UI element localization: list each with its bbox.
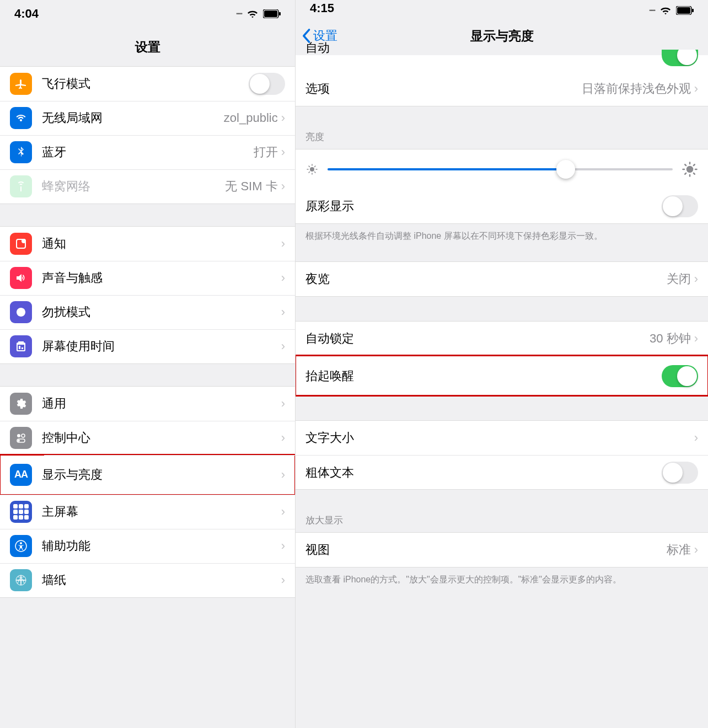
svg-line-22 [309, 172, 310, 173]
toggle[interactable] [249, 73, 285, 95]
back-button[interactable]: 设置 [301, 28, 337, 44]
settings-row-cellular[interactable]: 蜂窝网络无 SIM 卡› [0, 169, 295, 204]
true-tone-row[interactable]: 原彩显示 [296, 189, 708, 223]
options-value: 日落前保持浅色外观 [582, 81, 691, 97]
svg-line-31 [685, 173, 686, 174]
row-value: 无 SIM 卡 [225, 178, 277, 195]
chevron-icon: › [281, 145, 285, 159]
zoom-header: 放大显示 [296, 508, 708, 532]
settings-group-3: 通用›控制中心›AA显示与亮度›主屏幕›辅助功能›墙纸› [0, 386, 295, 598]
battery-icon [263, 9, 281, 18]
view-label: 视图 [305, 542, 667, 558]
svg-line-29 [685, 164, 686, 165]
svg-point-10 [20, 542, 22, 544]
chevron-icon: › [281, 397, 285, 411]
options-label: 选项 [305, 81, 582, 97]
svg-rect-14 [692, 9, 694, 12]
row-label: 蓝牙 [42, 144, 254, 160]
settings-row-wifi[interactable]: 无线局域网zol_public› [0, 101, 295, 135]
brightness-slider[interactable] [328, 168, 673, 170]
settings-row-notification[interactable]: 通知› [0, 227, 295, 261]
svg-point-15 [310, 167, 314, 172]
svg-line-30 [694, 173, 695, 174]
row-label: 辅助功能 [42, 538, 281, 554]
wifi-icon [659, 6, 672, 15]
chevron-icon: › [281, 505, 285, 519]
svg-point-8 [18, 440, 20, 442]
chevron-icon: › [281, 111, 285, 125]
sun-small-icon [305, 163, 319, 176]
bold-text-row[interactable]: 粗体文本 [296, 455, 708, 489]
chevron-icon: › [281, 431, 285, 445]
true-tone-footer: 根据环境光线条件自动调整 iPhone 屏幕以在不同环境下保持色彩显示一致。 [296, 224, 708, 248]
back-label: 设置 [313, 28, 337, 44]
wallpaper-icon [10, 569, 32, 591]
notification-icon [10, 233, 32, 255]
raise-to-wake-row[interactable]: 抬起唤醒 [296, 356, 708, 395]
row-label: 通知 [42, 235, 281, 252]
status-bar-left: 4:04 ••••• [0, 0, 295, 28]
display-icon: AA [10, 464, 32, 486]
text-size-row[interactable]: 文字大小 › [296, 421, 708, 455]
night-shift-row[interactable]: 夜览 关闭 › [296, 262, 708, 296]
chevron-icon: › [281, 179, 285, 194]
sun-large-icon [682, 161, 698, 178]
airplane-icon [10, 73, 32, 95]
svg-line-21 [315, 172, 316, 173]
general-icon [10, 393, 32, 415]
bold-text-label: 粗体文本 [305, 464, 662, 481]
cellular-icon [10, 175, 32, 197]
svg-line-23 [315, 166, 316, 167]
row-value: 打开 [254, 144, 278, 160]
chevron-icon: › [694, 543, 698, 557]
settings-row-accessibility[interactable]: 辅助功能› [0, 529, 295, 563]
options-row[interactable]: 选项 日落前保持浅色外观 › [296, 72, 708, 106]
row-label: 主屏幕 [42, 504, 281, 520]
chevron-icon: › [694, 82, 698, 96]
view-row[interactable]: 视图 标准 › [296, 533, 708, 567]
bold-text-toggle[interactable] [662, 462, 698, 484]
brightness-row[interactable] [296, 149, 708, 189]
svg-point-24 [686, 166, 694, 173]
svg-point-6 [22, 434, 25, 437]
chevron-icon: › [281, 339, 285, 354]
chevron-icon: › [281, 539, 285, 553]
row-label: 无线局域网 [42, 110, 224, 126]
zoom-footer: 选取查看 iPhone的方式。"放大"会显示更大的控制项。"标准"会显示更多的内… [296, 568, 708, 592]
settings-row-general[interactable]: 通用› [0, 387, 295, 421]
status-icons: ••••• [236, 9, 281, 19]
auto-lock-row[interactable]: 自动锁定 30 秒钟 › [296, 322, 708, 356]
settings-row-home[interactable]: 主屏幕› [0, 495, 295, 529]
auto-row-partial[interactable]: 自动 [296, 55, 708, 72]
svg-line-32 [694, 164, 695, 165]
row-value: zol_public [224, 111, 278, 125]
settings-row-bluetooth[interactable]: 蓝牙打开› [0, 135, 295, 169]
sound-icon [10, 267, 32, 289]
nav-bar-right: 设置 显示与亮度 [296, 17, 708, 55]
settings-row-sound[interactable]: 声音与触感› [0, 261, 295, 295]
settings-row-screentime[interactable]: 屏幕使用时间› [0, 329, 295, 363]
row-label: 飞行模式 [42, 76, 249, 92]
status-time: 4:15 [310, 1, 334, 15]
auto-toggle[interactable] [662, 50, 698, 66]
row-label: 墙纸 [42, 572, 281, 588]
chevron-icon: › [281, 468, 285, 482]
settings-row-display[interactable]: AA显示与亮度› [0, 455, 295, 495]
nav-bar-left: 设置 [0, 28, 295, 66]
row-label: 声音与触感 [42, 270, 281, 286]
raise-to-wake-label: 抬起唤醒 [305, 368, 662, 384]
bluetooth-icon [10, 141, 32, 163]
wifi-icon [10, 107, 32, 129]
settings-row-wallpaper[interactable]: 墙纸› [0, 563, 295, 597]
brightness-header: 亮度 [296, 125, 708, 149]
row-label: 通用 [42, 395, 281, 412]
night-shift-value: 关闭 [667, 271, 691, 287]
settings-row-control[interactable]: 控制中心› [0, 421, 295, 455]
row-label: 勿扰模式 [42, 304, 281, 320]
screentime-icon [10, 335, 32, 357]
settings-row-dnd[interactable]: 勿扰模式› [0, 295, 295, 329]
page-title: 显示与亮度 [470, 28, 534, 45]
settings-row-airplane[interactable]: 飞行模式 [0, 67, 295, 101]
raise-to-wake-toggle[interactable] [662, 365, 698, 387]
true-tone-toggle[interactable] [662, 195, 698, 217]
